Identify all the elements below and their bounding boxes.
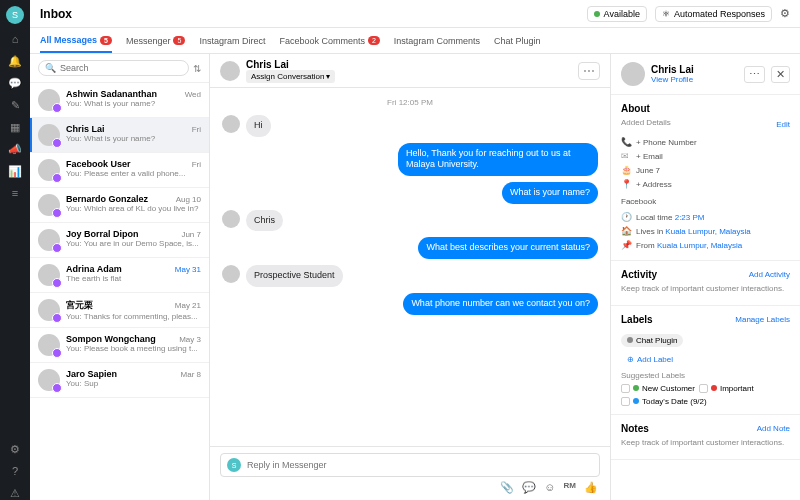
- conversation-item[interactable]: Joy Borral Dipon Jun 7 You: You are in o…: [30, 223, 209, 258]
- calendar-icon[interactable]: ▦: [8, 120, 22, 134]
- profile-avatar[interactable]: [621, 62, 645, 86]
- more-icon[interactable]: ⋯: [578, 62, 600, 80]
- conversation-time: Mar 8: [181, 370, 201, 379]
- conversation-name: Jaro Sapien: [66, 369, 117, 379]
- conversation-name: Adrina Adam: [66, 264, 122, 274]
- automated-responses-button[interactable]: ⚛ Automated Responses: [655, 6, 772, 22]
- alert-icon[interactable]: ⚠: [8, 486, 22, 500]
- rm-button[interactable]: RM: [564, 481, 576, 494]
- conversation-item[interactable]: Facebook User Fri You: Please enter a va…: [30, 153, 209, 188]
- avatar: [38, 159, 60, 181]
- channel-tab[interactable]: Facebook Comments2: [279, 30, 379, 52]
- conversation-item[interactable]: Jaro Sapien Mar 8 You: Sup: [30, 363, 209, 398]
- conversation-item[interactable]: Adrina Adam May 31 The earth is flat: [30, 258, 209, 293]
- message-row: Chris: [222, 210, 598, 232]
- message-avatar: [222, 210, 240, 228]
- about-title: About: [621, 103, 790, 114]
- manage-labels-link[interactable]: Manage Labels: [735, 315, 790, 324]
- home-icon[interactable]: ⌂: [8, 32, 22, 46]
- help-icon[interactable]: ?: [8, 464, 22, 478]
- channel-badge-icon: [52, 243, 62, 253]
- detail-row[interactable]: 🎂June 7: [621, 163, 790, 177]
- workspace-avatar[interactable]: S: [6, 6, 24, 24]
- chat-timestamp: Fri 12:05 PM: [222, 98, 598, 107]
- status-dot-icon: [594, 11, 600, 17]
- conversation-name: Sompon Wongchang: [66, 334, 156, 344]
- saved-reply-icon[interactable]: 💬: [522, 481, 536, 494]
- message-bubble: Chris: [246, 210, 283, 232]
- avatar: [38, 194, 60, 216]
- search-input[interactable]: 🔍: [38, 60, 189, 76]
- attachment-icon[interactable]: 📎: [500, 481, 514, 494]
- view-profile-link[interactable]: View Profile: [651, 75, 694, 84]
- chat-panel: Chris Lai Assign Conversation▾ ⋯ Fri 12:…: [210, 54, 610, 500]
- assign-conversation-button[interactable]: Assign Conversation▾: [246, 70, 335, 83]
- conversation-preview: You: Sup: [66, 379, 201, 388]
- detail-icon: 📍: [621, 179, 631, 189]
- message-bubble: Prospective Student: [246, 265, 343, 287]
- checkbox[interactable]: [699, 384, 708, 393]
- detail-icon: 🏠: [621, 226, 631, 236]
- channel-tab[interactable]: All Messages5: [40, 29, 112, 53]
- conversation-time: Wed: [185, 90, 201, 99]
- checkbox[interactable]: [621, 397, 630, 406]
- channel-tab[interactable]: Chat Plugin: [494, 30, 541, 52]
- conversation-item[interactable]: Sompon Wongchang May 3 You: Please book …: [30, 328, 209, 363]
- detail-row[interactable]: 📍+ Address: [621, 177, 790, 191]
- menu-icon[interactable]: ≡: [8, 186, 22, 200]
- facebook-detail-row: 🏠Lives in Kuala Lumpur, Malaysia: [621, 224, 790, 238]
- channel-tab[interactable]: Messenger5: [126, 30, 185, 52]
- conversation-item[interactable]: Bernardo Gonzalez Aug 10 You: Which area…: [30, 188, 209, 223]
- conversation-item[interactable]: 宮元栗 May 21 You: Thanks for commenting, p…: [30, 293, 209, 328]
- search-icon: 🔍: [45, 63, 56, 73]
- add-note-link[interactable]: Add Note: [757, 424, 790, 433]
- ads-icon[interactable]: 📣: [8, 142, 22, 156]
- bell-icon[interactable]: 🔔: [8, 54, 22, 68]
- detail-row[interactable]: ✉+ Email: [621, 149, 790, 163]
- conversation-name: 宮元栗: [66, 299, 93, 312]
- availability-toggle[interactable]: Available: [587, 6, 647, 22]
- channel-tab[interactable]: Instagram Direct: [199, 30, 265, 52]
- close-icon[interactable]: ✕: [771, 66, 790, 83]
- conversation-item[interactable]: Ashwin Sadananthan Wed You: What is your…: [30, 83, 209, 118]
- add-activity-link[interactable]: Add Activity: [749, 270, 790, 279]
- conversation-name: Ashwin Sadananthan: [66, 89, 157, 99]
- chat-avatar[interactable]: [220, 61, 240, 81]
- settings-icon[interactable]: ⚙: [8, 442, 22, 456]
- facebook-detail-row: 📌From Kuala Lumpur, Malaysia: [621, 238, 790, 252]
- gear-icon[interactable]: ⚙: [780, 7, 790, 20]
- add-label-button[interactable]: ⊕Add Label: [621, 353, 679, 366]
- facebook-detail-row: 🕐Local time 2:23 PM: [621, 210, 790, 224]
- detail-row[interactable]: 📞+ Phone Number: [621, 135, 790, 149]
- message-bubble: What phone number can we contact you on?: [403, 293, 598, 315]
- conversation-preview: You: Please book a meeting using t...: [66, 344, 201, 353]
- conversation-time: May 31: [175, 265, 201, 274]
- emoji-icon[interactable]: ☺: [544, 481, 555, 494]
- checkbox[interactable]: [621, 384, 630, 393]
- edit-details-link[interactable]: Edit: [776, 120, 790, 129]
- insights-icon[interactable]: 📊: [8, 164, 22, 178]
- channel-tabs: All Messages5Messenger5Instagram DirectF…: [30, 28, 800, 54]
- suggested-label[interactable]: Important: [699, 384, 754, 393]
- avatar: [38, 229, 60, 251]
- avatar: [38, 124, 60, 146]
- suggested-label[interactable]: New Customer: [621, 384, 695, 393]
- conversation-item[interactable]: Chris Lai Fri You: What is your name?: [30, 118, 209, 153]
- filter-icon[interactable]: ⇅: [193, 63, 201, 74]
- channel-badge-icon: [52, 138, 62, 148]
- like-icon[interactable]: 👍: [584, 481, 598, 494]
- detail-icon: ✉: [621, 151, 631, 161]
- channel-tab[interactable]: Instagram Comments: [394, 30, 480, 52]
- avatar: [38, 299, 60, 321]
- label-chip[interactable]: Chat Plugin: [621, 334, 683, 347]
- conversation-name: Bernardo Gonzalez: [66, 194, 148, 204]
- inbox-icon[interactable]: 💬: [8, 76, 22, 90]
- message-bubble: What best describes your current status?: [418, 237, 598, 259]
- message-row: What best describes your current status?: [222, 237, 598, 259]
- conversation-time: Fri: [192, 160, 201, 169]
- conversation-preview: You: What is your name?: [66, 99, 201, 108]
- post-icon[interactable]: ✎: [8, 98, 22, 112]
- composer-input[interactable]: S: [220, 453, 600, 477]
- suggested-label[interactable]: Today's Date (9/2): [621, 397, 707, 406]
- profile-more-icon[interactable]: ⋯: [744, 66, 765, 83]
